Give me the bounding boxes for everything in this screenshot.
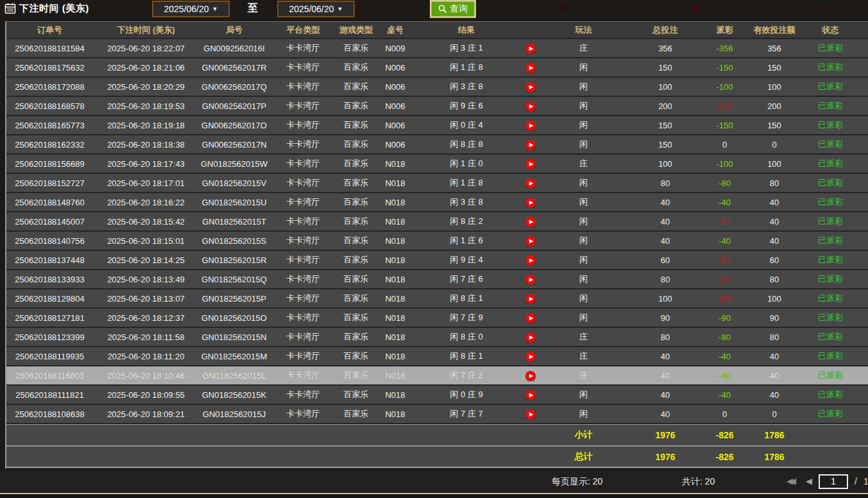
cell-payout: 100 bbox=[707, 294, 742, 304]
cell-time: 2025-06-20 18:17:01 bbox=[93, 178, 199, 188]
table-row[interactable]: 2506201881720882025-06-20 18:20:29GN0062… bbox=[6, 78, 868, 97]
play-video-icon[interactable]: ▶ bbox=[525, 371, 536, 381]
table-row[interactable]: 2506201881450072025-06-20 18:15:42GN0182… bbox=[6, 212, 868, 232]
table-row[interactable]: 2506201881339332025-06-20 18:13:49GN0182… bbox=[6, 270, 868, 289]
table-row[interactable]: 2506201881271812025-06-20 18:12:37GN0182… bbox=[6, 309, 868, 328]
cell-method: 闲 bbox=[543, 389, 624, 400]
play-video-icon[interactable]: ▶ bbox=[525, 217, 536, 227]
prev-page-button[interactable]: ◀ bbox=[806, 476, 812, 486]
cell-method: 闲 bbox=[543, 408, 624, 420]
table-row[interactable]: 2506201881168032025-06-20 18:10:46GN0182… bbox=[6, 366, 868, 386]
cell-status: 已派彩 bbox=[806, 139, 855, 150]
cell-play: ▶ bbox=[518, 370, 543, 381]
play-video-icon[interactable]: ▶ bbox=[525, 159, 536, 169]
cell-table_no: N018 bbox=[375, 313, 415, 323]
table-row[interactable]: 2506201881199352025-06-20 18:11:20GN0182… bbox=[6, 347, 868, 366]
play-video-icon[interactable]: ▶ bbox=[525, 352, 536, 362]
play-video-icon[interactable]: ▶ bbox=[525, 255, 536, 266]
play-video-icon[interactable]: ▶ bbox=[525, 390, 536, 400]
cell-status: 已派彩 bbox=[806, 42, 855, 54]
cell-result: 闲 1 庄 8 bbox=[415, 177, 518, 189]
cell-valid: 40 bbox=[742, 236, 806, 246]
cell-platform: 卡卡湾厅 bbox=[269, 389, 337, 400]
cell-table_no: N018 bbox=[375, 255, 415, 265]
table-row[interactable]: 2506201881086382025-06-20 18:09:21GN0182… bbox=[6, 405, 868, 424]
cell-status: 已派彩 bbox=[806, 81, 855, 92]
cell-status: 已派彩 bbox=[806, 177, 855, 189]
bet-time-label: 下注时间 (美东) bbox=[19, 3, 89, 15]
play-video-icon[interactable]: ▶ bbox=[525, 44, 536, 54]
date-from-value: 2025/06/20 bbox=[164, 4, 209, 14]
background-ghost bbox=[692, 4, 698, 12]
cell-platform: 卡卡湾厅 bbox=[269, 62, 337, 73]
date-to-select[interactable]: 2025/06/20 ▼ bbox=[277, 1, 355, 17]
play-video-icon[interactable]: ▶ bbox=[525, 178, 536, 189]
first-page-button[interactable]: ◀◀ bbox=[787, 476, 793, 486]
cell-result: 闲 8 庄 1 bbox=[415, 350, 518, 362]
table-row[interactable]: 2506201881815842025-06-20 18:22:07GN0092… bbox=[6, 39, 868, 58]
cell-play: ▶ bbox=[518, 100, 543, 112]
play-video-icon[interactable]: ▶ bbox=[525, 121, 536, 131]
cell-game_type: 百家乐 bbox=[337, 81, 375, 92]
cell-play: ▶ bbox=[518, 62, 543, 73]
play-video-icon[interactable]: ▶ bbox=[525, 140, 536, 150]
cell-game: GN0182562015M bbox=[199, 352, 269, 361]
play-video-icon[interactable]: ▶ bbox=[525, 101, 536, 112]
cell-valid: 40 bbox=[742, 352, 806, 361]
table-row[interactable]: 2506201881407562025-06-20 18:15:01GN0182… bbox=[6, 232, 868, 251]
play-video-icon[interactable]: ▶ bbox=[525, 198, 536, 208]
play-video-icon[interactable]: ▶ bbox=[525, 82, 536, 92]
cell-play: ▶ bbox=[518, 350, 543, 362]
play-video-icon[interactable]: ▶ bbox=[525, 63, 536, 73]
play-video-icon[interactable]: ▶ bbox=[525, 236, 536, 246]
background-ghost bbox=[823, 4, 828, 12]
cell-valid: 80 bbox=[742, 332, 806, 342]
col-header-valid: 有效投注额 bbox=[742, 24, 806, 36]
cell-game_type: 百家乐 bbox=[337, 196, 375, 208]
table-row[interactable]: 2506201881657732025-06-20 18:19:18GN0062… bbox=[6, 116, 868, 135]
table-row[interactable]: 2506201881118212025-06-20 18:09:55GN0182… bbox=[6, 386, 868, 405]
cell-status: 已派彩 bbox=[806, 370, 855, 381]
cell-valid: 200 bbox=[742, 101, 806, 111]
table-row[interactable]: 2506201881685782025-06-20 18:19:53GN0062… bbox=[6, 97, 868, 116]
col-header-time: 下注时间 (美东) bbox=[93, 24, 199, 36]
cell-method: 庄 bbox=[543, 331, 624, 343]
table-row[interactable]: 2506201881756322025-06-20 18:21:06GN0062… bbox=[6, 58, 868, 78]
cell-bet: 40 bbox=[624, 198, 707, 207]
col-header-game_type: 游戏类型 bbox=[337, 24, 375, 36]
date-from-select[interactable]: 2025/06/20 ▼ bbox=[152, 1, 230, 17]
cell-method: 闲 bbox=[543, 235, 624, 246]
play-video-icon[interactable]: ▶ bbox=[525, 409, 536, 420]
col-header-result: 结果 bbox=[415, 24, 518, 36]
cell-result: 闲 8 庄 1 bbox=[415, 293, 518, 304]
cell-valid: 60 bbox=[742, 255, 806, 265]
cell-play: ▶ bbox=[518, 139, 543, 150]
cell-bet: 150 bbox=[624, 121, 707, 130]
cell-order: 250620188145007 bbox=[6, 217, 93, 227]
cell-game: GN0182562015J bbox=[199, 409, 269, 419]
table-row[interactable]: 2506201881566892025-06-20 18:17:43GN0182… bbox=[6, 155, 868, 174]
table-row[interactable]: 2506201881527272025-06-20 18:17:01GN0182… bbox=[6, 174, 868, 193]
table-row[interactable]: 2506201881298042025-06-20 18:13:07GN0182… bbox=[6, 289, 868, 309]
cell-play: ▶ bbox=[518, 331, 543, 343]
table-row[interactable]: 2506201881623322025-06-20 18:18:38GN0062… bbox=[6, 135, 868, 155]
search-button[interactable]: 查询 bbox=[430, 0, 476, 18]
cell-valid: 40 bbox=[742, 217, 806, 227]
play-video-icon[interactable]: ▶ bbox=[525, 294, 536, 304]
cell-table_no: N018 bbox=[375, 178, 415, 188]
table-row[interactable]: 2506201881233992025-06-20 18:11:58GN0182… bbox=[6, 328, 868, 347]
cell-bet: 356 bbox=[624, 44, 707, 53]
cell-bet: 40 bbox=[624, 352, 707, 361]
table-row[interactable]: 2506201881487602025-06-20 18:16:22GN0182… bbox=[6, 193, 868, 212]
cell-payout: -100 bbox=[707, 159, 742, 169]
play-video-icon[interactable]: ▶ bbox=[525, 332, 536, 343]
cell-result: 闲 1 庄 8 bbox=[415, 62, 518, 73]
cell-time: 2025-06-20 18:11:20 bbox=[93, 352, 199, 361]
cell-payout: 80 bbox=[707, 275, 742, 284]
cell-play: ▶ bbox=[518, 42, 543, 54]
table-row[interactable]: 2506201881374482025-06-20 18:14:25GN0182… bbox=[6, 251, 868, 270]
play-video-icon[interactable]: ▶ bbox=[525, 275, 536, 285]
subtotal-row: 小计1976-8261786 bbox=[6, 424, 868, 446]
play-video-icon[interactable]: ▶ bbox=[525, 313, 536, 323]
page-number-input[interactable]: 1 bbox=[819, 474, 848, 489]
